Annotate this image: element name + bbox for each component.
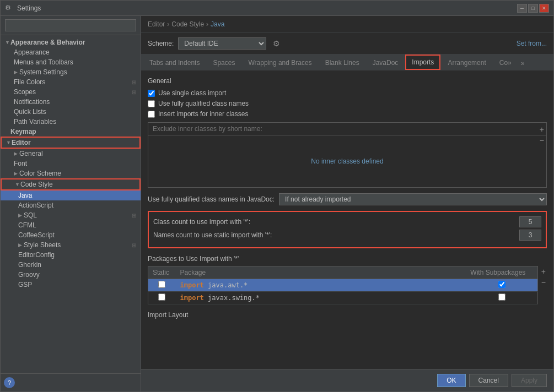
tab-spaces[interactable]: Spaces [207, 56, 241, 70]
inner-classes-checkbox[interactable] [148, 111, 155, 118]
no-classes-text: No inner classes defined [148, 135, 546, 187]
remove-package-button[interactable]: − [540, 277, 547, 288]
sidebar-item-java[interactable]: Java [1, 190, 141, 200]
sidebar-bottom: ? [1, 373, 141, 391]
sidebar-item-path-variables[interactable]: Path Variables [1, 117, 141, 127]
add-exclude-button[interactable]: + [540, 125, 544, 134]
sidebar-item-scopes[interactable]: Scopes ⊞ [1, 87, 141, 97]
sidebar-item-style-sheets[interactable]: ▶ Style Sheets ⊞ [1, 240, 141, 250]
single-class-checkbox[interactable] [148, 90, 155, 97]
static-cell [148, 292, 176, 304]
sidebar-item-groovy[interactable]: Groovy [1, 270, 141, 280]
sidebar-item-label: ActionScript [18, 202, 53, 209]
package-cell-1: import javax.swing.* [176, 292, 466, 304]
cancel-button[interactable]: Cancel [469, 374, 508, 387]
sidebar: ▼ Appearance & Behavior Appearance Menus… [1, 16, 141, 391]
sidebar-item-label: Scopes [14, 88, 36, 96]
subpackages-checkbox-1[interactable] [498, 293, 505, 301]
tab-overflow-button[interactable]: » [519, 57, 527, 70]
names-count-input[interactable] [519, 230, 541, 241]
close-button[interactable]: ✕ [539, 4, 549, 13]
sidebar-item-file-colors[interactable]: File Colors ⊞ [1, 77, 141, 87]
subpackages-checkbox-0[interactable] [498, 281, 505, 288]
qualified-row: Use fully qualified class names in JavaD… [148, 193, 547, 205]
title-bar: ⚙ Settings ─ □ ✕ [1, 1, 553, 16]
sidebar-item-color-scheme[interactable]: ▶ Color Scheme [1, 168, 141, 178]
names-count-row: Names count to use static import with '*… [153, 230, 541, 241]
names-count-label: Names count to use static import with '*… [153, 231, 519, 239]
expand-arrow: ▶ [18, 242, 24, 248]
sidebar-item-actionscript[interactable]: ActionScript [1, 200, 141, 210]
minimize-button[interactable]: ─ [517, 4, 527, 13]
sidebar-item-editorconfig[interactable]: EditorConfig [1, 250, 141, 260]
qualified-select[interactable]: If not already imported Always Never [279, 193, 547, 205]
tab-wrapping-braces[interactable]: Wrapping and Braces [242, 56, 318, 70]
package-name-0: java.awt.* [208, 281, 248, 289]
import-keyword: import [180, 294, 204, 302]
sidebar-item-label: CoffeeScript [18, 231, 55, 239]
sidebar-item-quick-lists[interactable]: Quick Lists [1, 107, 141, 117]
search-input[interactable] [5, 19, 136, 31]
table-row: import java.awt.* [148, 279, 538, 292]
sidebar-item-cfml[interactable]: CFML [1, 220, 141, 230]
main-content: ▼ Appearance & Behavior Appearance Menus… [1, 16, 553, 391]
qualified-label: Use fully qualified class names in JavaD… [148, 195, 275, 203]
sidebar-item-keymap[interactable]: Keymap [1, 127, 141, 137]
col-package: Package [176, 266, 466, 279]
add-package-button[interactable]: + [540, 266, 547, 277]
maximize-button[interactable]: □ [528, 4, 538, 13]
col-subpackages: With Subpackages [466, 266, 537, 279]
remove-exclude-button[interactable]: − [540, 136, 544, 145]
tab-arrangement[interactable]: Arrangement [442, 56, 492, 70]
fully-qualified-checkbox[interactable] [148, 100, 155, 107]
tab-more[interactable]: Co» [493, 56, 518, 70]
sidebar-item-coffeescript[interactable]: CoffeeScript [1, 230, 141, 240]
tab-label: Co» [499, 59, 512, 67]
single-class-label: Use single class import [158, 89, 226, 97]
panel-content: General Use single class import Use full… [141, 70, 553, 369]
ok-button[interactable]: OK [437, 374, 465, 387]
sidebar-item-editor[interactable]: ▼ Editor [1, 137, 141, 149]
tab-javadoc[interactable]: JavaDoc [367, 56, 405, 70]
package-name-1: javax.swing.* [208, 294, 260, 302]
sidebar-item-gherkin[interactable]: Gherkin [1, 260, 141, 270]
tab-label: Arrangement [448, 59, 486, 67]
sidebar-item-sql[interactable]: ▶ SQL ⊞ [1, 210, 141, 220]
sidebar-item-label: Menus and Toolbars [14, 58, 73, 66]
tab-blank-lines[interactable]: Blank Lines [319, 56, 365, 70]
sidebar-tree: ▼ Appearance & Behavior Appearance Menus… [1, 35, 141, 373]
scheme-label: Scheme: [148, 40, 174, 47]
sidebar-item-notifications[interactable]: Notifications [1, 97, 141, 107]
sidebar-item-font[interactable]: Font [1, 159, 141, 168]
exclude-input[interactable] [148, 123, 546, 135]
scheme-gear-icon[interactable]: ⚙ [273, 39, 280, 48]
set-from-link[interactable]: Set from... [517, 40, 547, 47]
tab-imports[interactable]: Imports [405, 55, 440, 70]
sidebar-item-code-style[interactable]: ▼ Code Style [1, 178, 141, 190]
sidebar-item-label: Editor [12, 139, 31, 146]
count-box: Class count to use import with '*': Name… [148, 211, 547, 248]
static-checkbox-1[interactable] [158, 293, 165, 301]
sidebar-item-appearance[interactable]: Appearance [1, 47, 141, 57]
scheme-bar: Scheme: Default IDE ⚙ Set from... [141, 33, 553, 55]
static-checkbox-0[interactable] [158, 281, 165, 288]
sidebar-item-gsp[interactable]: GSP [1, 280, 141, 290]
sidebar-item-appearance-behavior[interactable]: ▼ Appearance & Behavior [1, 37, 141, 47]
class-count-label: Class count to use import with '*': [153, 218, 519, 226]
sidebar-item-general[interactable]: ▶ General [1, 149, 141, 159]
sidebar-item-label: Code Style [20, 181, 53, 188]
sidebar-item-system-settings[interactable]: ▶ System Settings [1, 67, 141, 77]
packages-table: Static Package With Subpackages [148, 266, 538, 304]
help-button[interactable]: ? [4, 377, 15, 388]
expand-arrow: ▶ [14, 151, 19, 156]
sidebar-item-menus-toolbars[interactable]: Menus and Toolbars [1, 57, 141, 67]
copy-icon: ⊞ [132, 79, 136, 85]
class-count-row: Class count to use import with '*': [153, 216, 541, 227]
tabs-bar: Tabs and Indents Spaces Wrapping and Bra… [141, 55, 553, 70]
import-layout-section: Import Layout [148, 311, 547, 319]
apply-button[interactable]: Apply [512, 374, 547, 387]
exclude-box: No inner classes defined + − [148, 122, 547, 188]
tab-tabs-indents[interactable]: Tabs and Indents [143, 56, 206, 70]
class-count-input[interactable] [519, 216, 541, 227]
scheme-select[interactable]: Default IDE [178, 37, 266, 50]
